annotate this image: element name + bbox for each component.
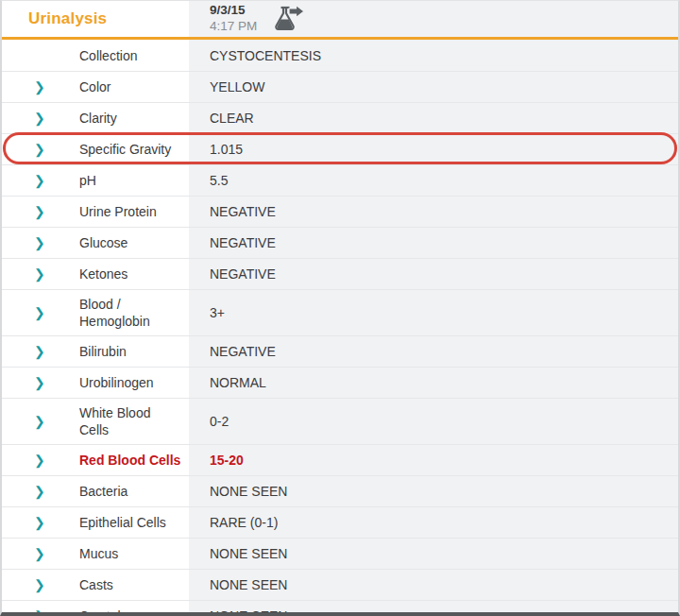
table-row[interactable]: ❯ Ketones NEGATIVE [2, 258, 678, 289]
page-title: Urinalysis [28, 9, 107, 28]
analyte-label: pH [79, 172, 96, 189]
chevron-right-icon[interactable]: ❯ [34, 267, 79, 281]
result-cell: NONE SEEN [189, 538, 678, 569]
result-value: 5.5 [210, 173, 228, 188]
analyte-label: Casts [79, 576, 113, 593]
chevron-right-icon[interactable]: ❯ [34, 345, 79, 358]
analyte-label: White Blood Cells [79, 404, 181, 438]
result-value: NEGATIVE [210, 204, 276, 219]
analyte-cell: ❯ Ketones [2, 258, 189, 289]
analyte-label: Bacteria [79, 483, 128, 500]
result-value: NEGATIVE [210, 344, 276, 359]
result-value: NONE SEEN [210, 484, 287, 499]
chevron-right-icon[interactable]: ❯ [34, 143, 79, 156]
chevron-right-icon[interactable]: ❯ [34, 111, 79, 125]
analyte-label: Color [79, 78, 110, 95]
table-row[interactable]: ❯ White Blood Cells 0-2 [2, 398, 678, 444]
result-cell: 0-2 [189, 398, 678, 444]
table-row[interactable]: ❯ Casts NONE SEEN [2, 569, 678, 600]
result-cell: NONE SEEN [189, 600, 678, 616]
analyte-cell: ❯ Epithelial Cells [2, 506, 189, 538]
chevron-right-icon[interactable]: ❯ [34, 80, 79, 94]
analyte-label: Urobilinogen [79, 374, 154, 391]
result-value: 0-2 [210, 414, 229, 429]
chevron-right-icon[interactable]: ❯ [34, 547, 79, 560]
chevron-right-icon[interactable]: ❯ [34, 453, 79, 467]
result-value: NEGATIVE [210, 266, 276, 282]
result-time: 4:17 PM [210, 19, 257, 35]
analyte-cell: ❯ Collection [2, 40, 189, 71]
result-value: CLEAR [210, 111, 254, 126]
table-row[interactable]: ❯ Blood / Hemoglobin 3+ [2, 289, 678, 335]
result-date-column-header: 9/3/15 4:17 PM [189, 1, 678, 37]
results-table: ❯ Collection CYSTOCENTESIS ❯ Color YELLO… [2, 40, 678, 616]
chevron-right-icon[interactable]: ❯ [34, 578, 79, 591]
chevron-right-icon[interactable]: ❯ [34, 174, 79, 187]
lab-flask-share-button[interactable] [270, 4, 306, 35]
result-cell: YELLOW [189, 71, 678, 102]
chevron-right-icon[interactable]: ❯ [34, 516, 79, 529]
analyte-cell: ❯ Clarity [2, 102, 189, 133]
analyte-label: Glucose [79, 234, 128, 251]
result-value: CYSTOCENTESIS [210, 48, 321, 63]
analyte-cell: ❯ pH [2, 164, 189, 196]
chevron-right-icon[interactable]: ❯ [34, 415, 79, 428]
panel-header: Urinalysis 9/3/15 4:17 PM [2, 1, 678, 40]
result-value: NORMAL [210, 375, 266, 390]
table-row[interactable]: ❯ Bilirubin NEGATIVE [2, 335, 678, 367]
analyte-label: Epithelial Cells [79, 514, 166, 531]
urinalysis-panel: Urinalysis 9/3/15 4:17 PM [0, 0, 680, 616]
analyte-cell: ❯ Red Blood Cells [2, 444, 189, 475]
result-value: RARE (0-1) [210, 515, 278, 530]
analyte-cell: ❯ Casts [2, 569, 189, 600]
analyte-label: Red Blood Cells [79, 452, 180, 469]
table-row[interactable]: ❯ Mucus NONE SEEN [2, 538, 678, 569]
analyte-cell: ❯ Blood / Hemoglobin [2, 289, 189, 335]
result-value: 3+ [210, 305, 225, 320]
panel-title-area: Urinalysis [2, 1, 189, 37]
table-row[interactable]: ❯ Crystals NONE SEEN [2, 600, 678, 616]
analyte-label: Ketones [79, 265, 128, 282]
result-cell: 5.5 [189, 164, 678, 196]
result-cell: NEGATIVE [189, 258, 678, 289]
table-row[interactable]: ❯ Red Blood Cells 15-20 [2, 444, 678, 475]
result-value: NONE SEEN [210, 608, 287, 616]
table-row[interactable]: ❯ Urine Protein NEGATIVE [2, 196, 678, 227]
result-value: NONE SEEN [210, 577, 287, 592]
result-value: YELLOW [210, 79, 264, 94]
table-row[interactable]: ❯ Glucose NEGATIVE [2, 227, 678, 258]
table-row[interactable]: ❯ Urobilinogen NORMAL [2, 367, 678, 398]
chevron-right-icon[interactable]: ❯ [34, 236, 79, 249]
analyte-label: Collection [79, 47, 137, 64]
result-cell: NONE SEEN [189, 475, 678, 506]
table-row[interactable]: ❯ Color YELLOW [2, 71, 678, 102]
result-cell: 15-20 [189, 444, 678, 475]
analyte-cell: ❯ Mucus [2, 538, 189, 569]
result-cell: NONE SEEN [189, 569, 678, 600]
result-cell: NEGATIVE [189, 335, 678, 367]
result-value: 15-20 [210, 453, 244, 468]
result-cell: NORMAL [189, 367, 678, 398]
result-cell: CYSTOCENTESIS [189, 40, 678, 71]
table-row[interactable]: ❯ Bacteria NONE SEEN [2, 475, 678, 506]
chevron-right-icon[interactable]: ❯ [34, 205, 79, 218]
result-value: NEGATIVE [210, 235, 276, 250]
result-cell: 3+ [189, 289, 678, 335]
table-row[interactable]: ❯ pH 5.5 [2, 164, 678, 196]
analyte-cell: ❯ Bacteria [2, 475, 189, 506]
analyte-cell: ❯ Crystals [2, 600, 189, 616]
table-row[interactable]: ❯ Specific Gravity 1.015 [2, 133, 678, 164]
result-value: NONE SEEN [210, 546, 287, 561]
chevron-right-icon[interactable]: ❯ [34, 485, 79, 498]
analyte-cell: ❯ Glucose [2, 227, 189, 258]
table-row[interactable]: ❯ Epithelial Cells RARE (0-1) [2, 506, 678, 538]
analyte-label: Specific Gravity [79, 141, 171, 158]
chevron-right-icon[interactable]: ❯ [34, 306, 79, 319]
analyte-cell: ❯ Urine Protein [2, 196, 189, 227]
table-row[interactable]: ❯ Clarity CLEAR [2, 102, 678, 133]
analyte-label: Bilirubin [79, 343, 127, 360]
chevron-right-icon[interactable]: ❯ [34, 376, 79, 389]
analyte-label: Blood / Hemoglobin [79, 296, 181, 330]
chevron-right-icon[interactable]: ❯ [34, 609, 79, 616]
table-row[interactable]: ❯ Collection CYSTOCENTESIS [2, 40, 678, 71]
